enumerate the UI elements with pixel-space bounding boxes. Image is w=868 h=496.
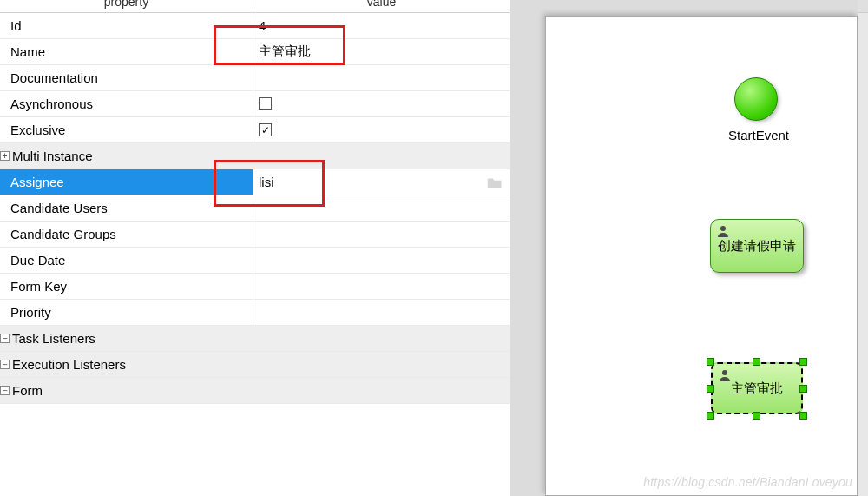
label-multi-instance: Multi Instance — [12, 143, 93, 169]
properties-panel: property value Id 4 Name 主管审批 Documentat… — [0, 0, 510, 496]
value-due-date[interactable] — [253, 248, 510, 273]
value-documentation[interactable] — [253, 65, 510, 90]
label-priority: Priority — [0, 300, 253, 325]
resize-handle[interactable] — [707, 358, 714, 366]
task-create-leave-request[interactable]: 创建请假申请 — [710, 219, 804, 273]
row-id[interactable]: Id 4 — [0, 13, 510, 39]
row-asynchronous[interactable]: Asynchronous — [0, 91, 510, 117]
group-form[interactable]: − Form — [0, 378, 510, 404]
label-form: Form — [12, 378, 43, 403]
value-name[interactable]: 主管审批 — [253, 39, 510, 64]
value-priority[interactable] — [253, 300, 510, 325]
expand-plus-icon[interactable]: + — [0, 151, 10, 161]
svg-point-0 — [720, 226, 726, 231]
row-due-date[interactable]: Due Date — [0, 248, 510, 274]
value-assignee-cell[interactable] — [253, 169, 510, 195]
expand-minus-icon[interactable]: − — [0, 334, 10, 343]
value-candidate-groups[interactable] — [253, 222, 510, 247]
resize-handle[interactable] — [707, 412, 714, 420]
diagram-panel: StartEvent 创建请假申请 主管审批 https://blog.csdn… — [510, 0, 868, 496]
value-candidate-users[interactable] — [253, 195, 510, 221]
value-exclusive[interactable]: ✓ — [253, 117, 510, 142]
user-icon — [716, 224, 730, 238]
assignee-input[interactable] — [259, 175, 487, 189]
resize-handle[interactable] — [753, 358, 760, 366]
value-id[interactable]: 4 — [253, 13, 510, 38]
row-candidate-groups[interactable]: Candidate Groups — [0, 222, 510, 248]
row-candidate-users[interactable]: Candidate Users — [0, 195, 510, 222]
resize-handle[interactable] — [707, 385, 714, 393]
label-candidate-users: Candidate Users — [0, 195, 253, 221]
resize-handle[interactable] — [799, 358, 807, 366]
value-asynchronous[interactable] — [253, 91, 510, 116]
vertical-scrollbar[interactable] — [858, 0, 868, 496]
header-value: value — [253, 0, 510, 9]
checkbox-exclusive[interactable]: ✓ — [259, 123, 272, 136]
properties-header: property value — [0, 0, 510, 13]
row-form-key[interactable]: Form Key — [0, 274, 510, 300]
resize-handle[interactable] — [799, 412, 807, 420]
label-execution-listeners: Execution Listeners — [12, 352, 126, 377]
row-assignee[interactable]: Assignee — [0, 169, 510, 195]
label-name: Name — [0, 39, 253, 64]
expand-minus-icon[interactable]: − — [0, 360, 10, 369]
label-form-key: Form Key — [0, 274, 253, 299]
resize-handle[interactable] — [799, 385, 807, 393]
row-priority[interactable]: Priority — [0, 300, 510, 326]
start-event-label: StartEvent — [702, 128, 815, 142]
label-candidate-groups: Candidate Groups — [0, 222, 253, 247]
row-documentation[interactable]: Documentation — [0, 65, 510, 91]
task2-label: 主管审批 — [731, 380, 783, 397]
task1-label: 创建请假申请 — [718, 238, 796, 255]
label-documentation: Documentation — [0, 65, 253, 90]
label-assignee: Assignee — [0, 169, 253, 195]
svg-point-1 — [722, 370, 727, 375]
user-icon — [718, 368, 732, 382]
label-task-listeners: Task Listeners — [12, 326, 95, 351]
checkbox-async[interactable] — [259, 97, 272, 110]
label-exclusive: Exclusive — [0, 117, 253, 142]
checkmark-icon: ✓ — [261, 125, 270, 136]
group-multi-instance[interactable]: + Multi Instance — [0, 143, 510, 169]
watermark-text: https://blog.csdn.net/BiandanLoveyou — [643, 475, 852, 489]
label-asynchronous: Asynchronous — [0, 91, 253, 116]
value-form-key[interactable] — [253, 274, 510, 299]
browse-folder-icon[interactable] — [487, 176, 503, 188]
task-supervisor-approve-selected[interactable]: 主管审批 — [711, 362, 803, 414]
row-exclusive[interactable]: Exclusive ✓ — [0, 117, 510, 143]
start-event-node[interactable] — [734, 77, 778, 121]
group-task-listeners[interactable]: − Task Listeners — [0, 326, 510, 352]
group-execution-listeners[interactable]: − Execution Listeners — [0, 352, 510, 378]
label-due-date: Due Date — [0, 248, 253, 273]
header-property: property — [0, 0, 253, 9]
resize-handle[interactable] — [753, 412, 760, 420]
diagram-canvas[interactable]: StartEvent 创建请假申请 主管审批 — [545, 16, 858, 496]
expand-minus-icon[interactable]: − — [0, 386, 10, 395]
row-name[interactable]: Name 主管审批 — [0, 39, 510, 65]
label-id: Id — [0, 13, 253, 38]
